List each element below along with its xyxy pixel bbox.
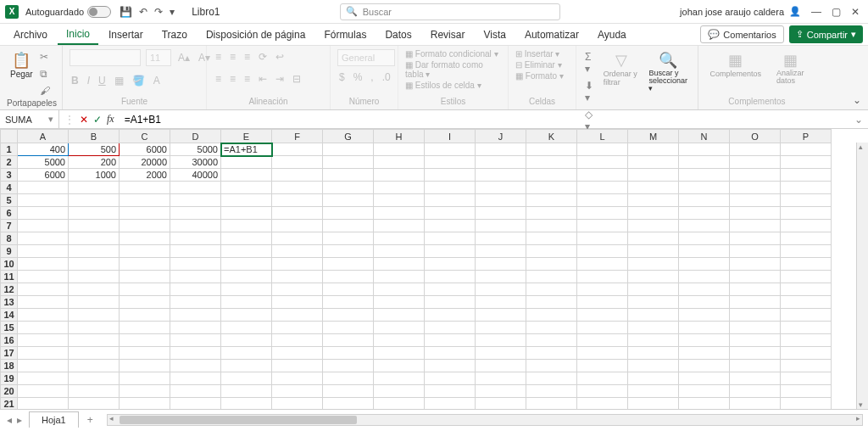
indent-increase-icon[interactable]: ⇥ (274, 71, 286, 87)
cell-A8[interactable] (18, 232, 69, 245)
cell-H11[interactable] (374, 271, 425, 283)
cell-H21[interactable] (374, 398, 425, 410)
cell-I3[interactable] (425, 169, 476, 182)
cell-F13[interactable] (272, 296, 323, 309)
row-header-14[interactable]: 14 (1, 309, 18, 322)
menu-tab-ayuda[interactable]: Ayuda (589, 25, 635, 44)
cell-K17[interactable] (526, 347, 577, 360)
cell-P1[interactable] (781, 143, 832, 156)
cell-I15[interactable] (425, 322, 476, 334)
cell-C5[interactable] (120, 194, 170, 207)
menu-tab-archivo[interactable]: Archivo (5, 25, 56, 44)
cell-C20[interactable] (120, 385, 170, 398)
conditional-format-button[interactable]: ▦ Formato condicional ▾ (405, 49, 498, 59)
cell-C8[interactable] (120, 232, 170, 245)
align-left-icon[interactable]: ≡ (214, 71, 223, 87)
cell-C18[interactable] (120, 360, 170, 372)
cell-A12[interactable] (18, 283, 69, 296)
row-header-12[interactable]: 12 (1, 283, 18, 296)
cell-M7[interactable] (628, 220, 679, 232)
cell-H15[interactable] (374, 322, 425, 334)
cell-N20[interactable] (679, 385, 730, 398)
cell-J6[interactable] (476, 207, 526, 220)
cell-J3[interactable] (476, 169, 526, 182)
cell-J10[interactable] (476, 258, 526, 271)
cell-G10[interactable] (323, 258, 374, 271)
cell-C14[interactable] (120, 309, 170, 322)
cell-O4[interactable] (730, 182, 781, 194)
cell-J18[interactable] (476, 360, 526, 372)
cell-L2[interactable] (577, 156, 628, 169)
cell-D1[interactable]: 5000 (170, 143, 221, 156)
cell-I16[interactable] (425, 334, 476, 347)
cell-P8[interactable] (781, 232, 832, 245)
cell-O7[interactable] (730, 220, 781, 232)
align-bottom-icon[interactable]: ≡ (242, 49, 252, 64)
analyze-data-button[interactable]: ▦ Analizardatos (773, 49, 808, 87)
cell-F5[interactable] (272, 194, 323, 207)
cell-M19[interactable] (628, 372, 679, 385)
row-header-2[interactable]: 2 (1, 156, 18, 169)
cell-I14[interactable] (425, 309, 476, 322)
cell-H1[interactable] (374, 143, 425, 156)
menu-tab-disposición-de-página[interactable]: Disposición de página (198, 25, 314, 44)
cell-K2[interactable] (526, 156, 577, 169)
col-header-N[interactable]: N (679, 130, 730, 143)
cell-I13[interactable] (425, 296, 476, 309)
cell-P20[interactable] (781, 385, 832, 398)
cell-L21[interactable] (577, 398, 628, 410)
cell-B2[interactable]: 200 (69, 156, 120, 169)
bold-icon[interactable]: B (70, 73, 81, 88)
sheet-tab-hoja1[interactable]: Hoja1 (29, 411, 79, 428)
cell-H9[interactable] (374, 245, 425, 258)
cell-L3[interactable] (577, 169, 628, 182)
row-header-19[interactable]: 19 (1, 372, 18, 385)
cell-I21[interactable] (425, 398, 476, 410)
sheet-nav-next-icon[interactable]: ▸ (17, 414, 22, 426)
cell-B16[interactable] (69, 334, 120, 347)
share-button[interactable]: ⇪ Compartir ▾ (789, 25, 863, 43)
insert-cells-button[interactable]: ⊞ Insertar ▾ (515, 49, 559, 59)
row-header-13[interactable]: 13 (1, 296, 18, 309)
cell-B11[interactable] (69, 271, 120, 283)
cell-M1[interactable] (628, 143, 679, 156)
cut-icon[interactable]: ✂ (38, 49, 52, 64)
cell-K21[interactable] (526, 398, 577, 410)
cell-E9[interactable] (221, 245, 272, 258)
fill-color-icon[interactable]: 🪣 (131, 73, 147, 88)
cell-D20[interactable] (170, 385, 221, 398)
cell-N2[interactable] (679, 156, 730, 169)
name-box[interactable]: SUMA ▾ (0, 110, 59, 128)
cell-L9[interactable] (577, 245, 628, 258)
cell-D19[interactable] (170, 372, 221, 385)
cell-D8[interactable] (170, 232, 221, 245)
cell-E6[interactable] (221, 207, 272, 220)
menu-tab-fórmulas[interactable]: Fórmulas (315, 25, 375, 44)
cell-C10[interactable] (120, 258, 170, 271)
undo-icon[interactable]: ↶ (139, 6, 147, 18)
cell-D17[interactable] (170, 347, 221, 360)
cell-D7[interactable] (170, 220, 221, 232)
cell-A17[interactable] (18, 347, 69, 360)
cell-N1[interactable] (679, 143, 730, 156)
cell-E4[interactable] (221, 182, 272, 194)
cell-L19[interactable] (577, 372, 628, 385)
cell-O15[interactable] (730, 322, 781, 334)
cell-M3[interactable] (628, 169, 679, 182)
cell-F16[interactable] (272, 334, 323, 347)
cell-G8[interactable] (323, 232, 374, 245)
cell-A1[interactable]: 400 (18, 143, 69, 156)
cell-J11[interactable] (476, 271, 526, 283)
cell-O16[interactable] (730, 334, 781, 347)
cell-O18[interactable] (730, 360, 781, 372)
cell-B4[interactable] (69, 182, 120, 194)
cell-O14[interactable] (730, 309, 781, 322)
cell-M16[interactable] (628, 334, 679, 347)
cell-J14[interactable] (476, 309, 526, 322)
format-cells-button[interactable]: ▦ Formato ▾ (515, 71, 564, 81)
col-header-I[interactable]: I (425, 130, 476, 143)
cell-C2[interactable]: 20000 (120, 156, 170, 169)
cell-P21[interactable] (781, 398, 832, 410)
cell-P9[interactable] (781, 245, 832, 258)
cell-G4[interactable] (323, 182, 374, 194)
